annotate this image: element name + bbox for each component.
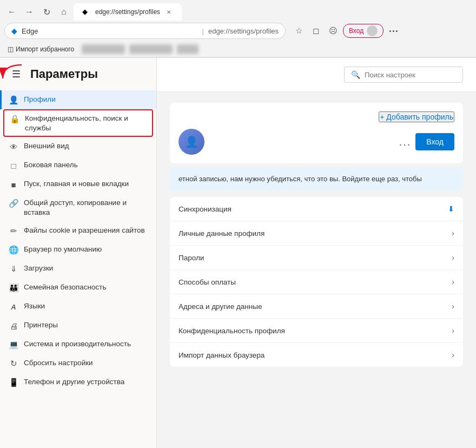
system-label: Система и производительность bbox=[24, 339, 131, 349]
chevron-icon-payments: › bbox=[452, 278, 454, 286]
profiles-main: + Добавить профиль 👤 ... Вход bbox=[157, 92, 476, 382]
tab-bar: ← → ↻ ⌂ ◆ edge://settings/profiles ✕ bbox=[0, 0, 476, 21]
profiles-icon: 👤 bbox=[9, 95, 18, 105]
chevron-icon-import: › bbox=[452, 351, 454, 359]
sidebar-item-system[interactable]: 💻 Система и производительность bbox=[0, 335, 156, 354]
sidebar-item-family[interactable]: 👪 Семейная безопасность bbox=[0, 278, 156, 297]
settings-row-addresses[interactable]: Адреса и другие данные › bbox=[170, 294, 463, 319]
sidebar-item-languages[interactable]: A Языки bbox=[0, 297, 156, 316]
avatar-letter: 👤 bbox=[185, 135, 199, 148]
add-profile-button[interactable]: + Добавить профиль bbox=[379, 111, 454, 122]
sharing-icon: 🔗 bbox=[9, 199, 18, 208]
avatar-icon bbox=[367, 25, 378, 36]
passwords-label: Пароли bbox=[178, 254, 452, 262]
import-label: Импорт избранного bbox=[16, 45, 74, 53]
more-options-button[interactable]: ⋯ bbox=[386, 23, 401, 38]
profile-signin-button[interactable]: Вход bbox=[415, 133, 454, 150]
sidebar-item-privacy[interactable]: 🔒 Конфиденциальность, поиск и службы bbox=[3, 109, 153, 137]
external-link-icon: ⬇ bbox=[448, 205, 454, 213]
blurred-bookmark-3 bbox=[177, 44, 199, 54]
info-banner: етной записью, нам нужно убедиться, что … bbox=[170, 168, 463, 190]
appearance-icon: 👁 bbox=[9, 142, 18, 151]
settings-row-payments[interactable]: Способы оплаты › bbox=[170, 270, 463, 294]
address-url-text: edge://settings/profiles bbox=[208, 27, 279, 35]
downloads-label: Загрузки bbox=[24, 263, 53, 273]
privacy-profile-label: Конфиденциальность профиля bbox=[178, 327, 452, 335]
tab-label: edge://settings/profiles bbox=[95, 8, 160, 16]
family-icon: 👪 bbox=[9, 283, 18, 293]
sidebar-item-downloads[interactable]: ⇓ Загрузки bbox=[0, 259, 156, 278]
sidebar-item-default-browser[interactable]: 🌐 Браузер по умолчанию bbox=[0, 240, 156, 259]
refresh-button[interactable]: ↻ bbox=[39, 4, 54, 19]
settings-rows-section: Синхронизация ⬇ Личные данные профиля › … bbox=[170, 197, 463, 367]
sidebar-item-panel[interactable]: □ Боковая панель bbox=[0, 156, 156, 175]
settings-row-personal[interactable]: Личные данные профиля › bbox=[170, 221, 463, 246]
address-bar[interactable]: ◆ Edge | edge://settings/profiles bbox=[4, 23, 286, 39]
address-divider: | bbox=[202, 27, 204, 35]
home-button[interactable]: ⌂ bbox=[56, 4, 71, 19]
sharing-label: Общий доступ, копирование и вставка bbox=[24, 198, 148, 217]
page-content: ☰ Параметры 👤 Профили bbox=[0, 58, 476, 448]
start-label: Пуск, главная и новые вкладки bbox=[24, 179, 129, 189]
sidebar-item-reset[interactable]: ↻ Сбросить настройки bbox=[0, 354, 156, 373]
tab-favicon: ◆ bbox=[82, 8, 91, 16]
panel-label: Боковая панель bbox=[24, 160, 78, 170]
bookmarks-bar: ◫ Импорт избранного bbox=[0, 41, 476, 57]
add-profile-label: + Добавить профиль bbox=[380, 113, 453, 121]
start-icon: ■ bbox=[9, 180, 18, 189]
blurred-bookmark-1 bbox=[82, 44, 125, 54]
main-content-area: 🔍 + Добавить профиль 👤 bbox=[157, 58, 476, 448]
settings-row-privacy-profile[interactable]: Конфиденциальность профиля › bbox=[170, 319, 463, 343]
sidebar-item-phone[interactable]: 📱 Телефон и другие устройства bbox=[0, 373, 156, 392]
arrow-annotation bbox=[0, 62, 27, 91]
sidebar-item-cookies[interactable]: ✏ Файлы cookie и разрешения сайтов bbox=[0, 221, 156, 240]
settings-row-sync[interactable]: Синхронизация ⬇ bbox=[170, 197, 463, 221]
settings-row-passwords[interactable]: Пароли › bbox=[170, 246, 463, 270]
favorites-button[interactable]: ☆ bbox=[291, 23, 306, 38]
privacy-label: Конфиденциальность, поиск и службы bbox=[25, 114, 147, 133]
collections-button[interactable]: ◻ bbox=[308, 23, 323, 38]
default-browser-label: Браузер по умолчанию bbox=[24, 245, 102, 254]
edge-logo-icon: ◆ bbox=[11, 27, 17, 35]
sidebar-item-start[interactable]: ■ Пуск, главная и новые вкладки bbox=[0, 175, 156, 194]
sidebar-item-sharing[interactable]: 🔗 Общий доступ, копирование и вставка bbox=[0, 194, 156, 221]
profiles-label: Профили bbox=[24, 95, 56, 104]
printers-icon: 🖨 bbox=[9, 321, 18, 331]
info-banner-text: етной записью, нам нужно убедиться, что … bbox=[178, 175, 422, 183]
chevron-icon-privacy-profile: › bbox=[452, 326, 454, 335]
sidebar-item-profiles[interactable]: 👤 Профили bbox=[0, 90, 156, 109]
back-button[interactable]: ← bbox=[4, 4, 19, 19]
sidebar-item-printers[interactable]: 🖨 Принтеры bbox=[0, 316, 156, 335]
dots-label: ... bbox=[399, 136, 412, 148]
import-icon: ◫ bbox=[8, 45, 14, 53]
sidebar-item-appearance[interactable]: 👁 Внешний вид bbox=[0, 137, 156, 156]
blurred-bookmark-2 bbox=[129, 44, 173, 54]
chevron-icon-personal: › bbox=[452, 229, 454, 238]
settings-search-box[interactable]: 🔍 bbox=[344, 67, 463, 83]
import-label: Импорт данных браузера bbox=[178, 351, 452, 359]
tab-close-button[interactable]: ✕ bbox=[164, 8, 173, 16]
import-favorites-button[interactable]: ◫ Импорт избранного bbox=[4, 44, 77, 55]
address-bar-row: ◆ Edge | edge://settings/profiles ☆ ◻ ☹ … bbox=[0, 21, 476, 41]
chevron-icon-addresses: › bbox=[452, 302, 454, 311]
profile-signin-label: Вход bbox=[426, 137, 444, 146]
system-icon: 💻 bbox=[9, 340, 18, 350]
personal-label: Личные данные профиля bbox=[178, 229, 452, 238]
extensions-button[interactable]: ☹ bbox=[326, 23, 341, 38]
signin-header-button[interactable]: Вход bbox=[343, 24, 384, 38]
forward-button[interactable]: → bbox=[22, 4, 37, 19]
signin-header-label: Вход bbox=[349, 27, 363, 35]
profile-more-button[interactable]: ... bbox=[399, 136, 412, 148]
toolbar-icons: ☆ ◻ ☹ Вход ⋯ bbox=[291, 23, 401, 38]
main-header: 🔍 bbox=[157, 58, 476, 92]
sidebar-header: ☰ Параметры bbox=[0, 58, 156, 86]
brand-text: Edge bbox=[22, 27, 198, 35]
panel-icon: □ bbox=[9, 161, 18, 170]
settings-row-import[interactable]: Импорт данных браузера › bbox=[170, 343, 463, 367]
languages-icon: A bbox=[9, 302, 18, 312]
active-tab[interactable]: ◆ edge://settings/profiles ✕ bbox=[74, 3, 182, 21]
settings-search-input[interactable] bbox=[365, 71, 456, 79]
reset-label: Сбросить настройки bbox=[24, 358, 93, 368]
profile-avatar: 👤 bbox=[178, 129, 204, 155]
cookies-icon: ✏ bbox=[9, 226, 18, 236]
